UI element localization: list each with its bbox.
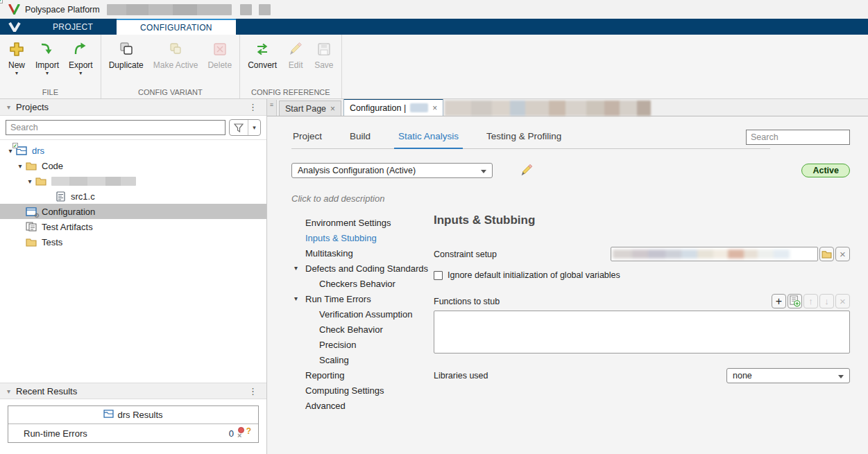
tree-item-drs[interactable]: ▾ ✓ drs — [0, 143, 266, 158]
constraint-setup-input[interactable] — [611, 247, 818, 261]
tab-static-analysis[interactable]: Static Analysis — [397, 128, 460, 148]
ribbon-tab-bar: PROJECT CONFIGURATION — [0, 19, 868, 35]
projects-search-input[interactable] — [6, 120, 225, 135]
nav-reporting[interactable]: Reporting — [291, 367, 434, 383]
convert-arrows-icon — [253, 40, 271, 58]
delete-label: Delete — [207, 60, 232, 70]
collapse-arrow-icon[interactable]: ▾ — [7, 387, 10, 395]
folder-icon — [25, 236, 37, 247]
remove-row-button: × — [835, 294, 850, 308]
kebab-menu-icon[interactable]: ⋮ — [246, 102, 259, 112]
browse-folder-button[interactable] — [819, 247, 834, 261]
tree-item-tests[interactable]: Tests — [0, 234, 266, 250]
clear-constraint-button[interactable]: × — [835, 247, 850, 261]
nav-multitasking[interactable]: Multitasking — [291, 245, 434, 261]
config-search-input[interactable] — [746, 130, 850, 145]
polyspace-window: Polyspace Platform PROJECT CONFIGURATION… — [0, 0, 868, 454]
filter-control: ▾ — [229, 119, 261, 136]
nav-precision[interactable]: Precision — [291, 337, 434, 352]
nav-verification-assumption[interactable]: Verification Assumption — [291, 306, 434, 322]
duplicate-button[interactable]: Duplicate — [105, 39, 147, 71]
new-plus-icon — [8, 40, 26, 58]
window-title: Polyspace Platform — [25, 5, 100, 15]
filter-funnel-icon[interactable] — [230, 120, 248, 135]
projects-tree: ▾ ✓ drs ▾ Code ▾ — [0, 140, 266, 383]
chevron-down-icon[interactable]: ▾ — [294, 264, 298, 272]
convert-button[interactable]: Convert — [244, 39, 280, 71]
recent-results-panel-title: Recent Results — [16, 386, 77, 396]
nav-computing-settings[interactable]: Computing Settings — [291, 383, 434, 398]
nav-environment-settings[interactable]: Environment Settings — [291, 215, 434, 230]
tree-label: Code — [42, 161, 63, 171]
checkbox-unchecked[interactable] — [434, 271, 443, 280]
collapse-arrow-icon[interactable]: ▾ — [7, 103, 10, 111]
libraries-used-label: Libraries used — [434, 371, 488, 381]
constraint-setup-row: Constraint setup — [434, 247, 850, 261]
tree-label: src1.c — [71, 191, 95, 202]
tree-item-src1[interactable]: src1.c — [0, 189, 266, 204]
c-file-icon — [54, 191, 67, 202]
tree-label: Tests — [42, 237, 62, 247]
tree-label: drs — [32, 146, 44, 156]
chevron-down-icon: ▾ — [79, 71, 82, 76]
close-icon[interactable]: × — [330, 104, 335, 114]
close-icon[interactable]: × — [432, 103, 437, 113]
add-row-button[interactable]: + — [772, 294, 786, 308]
question-mark-icon: ? — [246, 426, 251, 436]
ribbon-tab-configuration[interactable]: CONFIGURATION — [117, 19, 236, 35]
tree-item-redacted-folder[interactable]: ▾ — [0, 173, 266, 189]
title-bar: Polyspace Platform — [0, 0, 868, 19]
add-from-list-button[interactable] — [788, 294, 802, 308]
sidebar: ▾ Projects ⋮ ▾ ▾ ✓ — [0, 99, 267, 454]
import-button[interactable]: Import ▾ — [32, 39, 62, 77]
new-label: New — [8, 60, 25, 70]
splitter-handle-icon[interactable]: ≡ — [267, 100, 277, 116]
tab-build[interactable]: Build — [348, 128, 372, 148]
nav-advanced[interactable]: Advanced — [291, 398, 434, 413]
ribbon-group-config-variant-label: CONFIG VARIANT — [101, 87, 239, 98]
tab-configuration[interactable]: Configuration | × — [343, 99, 443, 116]
nav-check-behavior[interactable]: Check Behavior — [291, 322, 434, 337]
import-arrow-icon — [38, 40, 56, 58]
chevron-down-icon: ▾ — [46, 71, 49, 76]
results-row-runtime-errors[interactable]: Run-time Errors 0 × ? — [8, 424, 258, 442]
tree-item-code[interactable]: ▾ Code — [0, 158, 266, 173]
runtime-errors-status-icon: × ? — [236, 426, 251, 440]
nav-run-time-errors[interactable]: ▾Run Time Errors — [291, 291, 434, 306]
functions-to-stub-list[interactable] — [434, 311, 850, 353]
save-button: Save — [311, 39, 337, 71]
results-table-header[interactable]: ✓ drs Results — [8, 406, 258, 424]
libraries-used-select[interactable]: none — [726, 368, 850, 383]
kebab-menu-icon[interactable]: ⋮ — [246, 386, 259, 396]
ribbon: New ▾ Import ▾ Export ▾ — [0, 35, 868, 99]
analysis-configuration-select[interactable]: Analysis Configuration (Active) — [291, 163, 493, 178]
configuration-editor: Project Build Static Analysis Testing & … — [267, 116, 868, 454]
chevron-down-icon[interactable]: ▾ — [15, 162, 25, 170]
projects-panel-header: ▾ Projects ⋮ — [0, 99, 266, 116]
nav-scaling[interactable]: Scaling — [291, 352, 434, 367]
tab-label: Configuration | — [350, 103, 406, 113]
nav-checkers-behavior[interactable]: Checkers Behavior — [291, 276, 434, 291]
results-table: ✓ drs Results Run-time Errors 0 × ? — [8, 405, 259, 443]
analysis-configuration-value: Analysis Configuration (Active) — [298, 166, 416, 175]
functions-toolbar: + ↑ ↓ × — [770, 294, 850, 308]
ribbon-tab-project[interactable]: PROJECT — [29, 19, 117, 35]
ignore-init-label: Ignore default initialization of global … — [448, 270, 620, 280]
nav-inputs-stubbing[interactable]: Inputs & Stubbing — [291, 230, 434, 245]
functions-to-stub-row: Functions to stub + ↑ ↓ × — [434, 294, 850, 308]
tree-item-test-artifacts[interactable]: Test Artifacts — [0, 219, 266, 234]
description-placeholder[interactable]: Click to add description — [291, 193, 850, 204]
chevron-down-icon[interactable]: ▾ — [248, 120, 260, 135]
ribbon-group-config-reference-label: CONFIG REFERENCE — [240, 87, 341, 98]
export-button[interactable]: Export ▾ — [65, 39, 96, 77]
ignore-init-checkbox-row[interactable]: Ignore default initialization of global … — [434, 270, 850, 280]
nav-defects-coding-standards[interactable]: ▾Defects and Coding Standards — [291, 261, 434, 276]
chevron-down-icon[interactable]: ▾ — [25, 177, 35, 185]
tab-project[interactable]: Project — [291, 128, 323, 148]
tree-item-configuration[interactable]: ⚙ Configuration — [0, 204, 266, 219]
new-button[interactable]: New ▾ — [4, 39, 29, 77]
tab-testing-profiling[interactable]: Testing & Profiling — [485, 128, 563, 148]
chevron-down-icon[interactable]: ▾ — [294, 295, 298, 302]
tab-start-page[interactable]: Start Page × — [279, 101, 341, 116]
edit-pencil-icon[interactable] — [519, 163, 534, 178]
